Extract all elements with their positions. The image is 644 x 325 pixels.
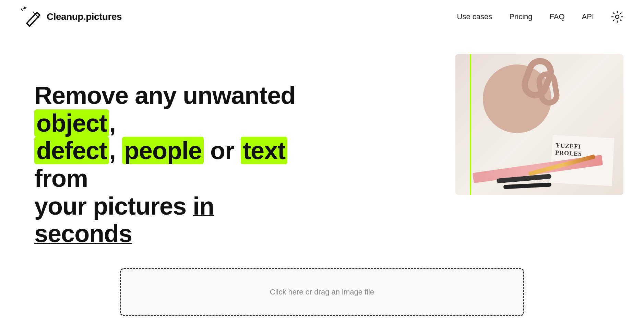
nav-api[interactable]: API <box>582 12 594 21</box>
hero-heading: Remove any unwanted object, defect, peop… <box>34 82 315 248</box>
marker2 <box>503 182 551 189</box>
nav-use-cases[interactable]: Use cases <box>457 12 492 21</box>
gear-icon <box>611 11 623 23</box>
hero-image: YUZEFIPROLES <box>455 54 623 195</box>
svg-line-1 <box>21 9 22 10</box>
nav-links: Use cases Pricing FAQ API <box>457 11 623 23</box>
upload-label: Click here or drag an image file <box>270 288 374 297</box>
upload-box[interactable]: Click here or drag an image file <box>120 268 524 316</box>
navbar: Cleanup.pictures Use cases Pricing FAQ A… <box>0 0 644 34</box>
settings-button[interactable] <box>611 11 623 23</box>
highlight-people: people <box>122 137 204 164</box>
logo[interactable]: Cleanup.pictures <box>21 6 122 27</box>
underline-seconds: in seconds <box>34 192 214 248</box>
logo-icon <box>21 6 42 27</box>
svg-marker-4 <box>27 12 40 26</box>
highlight-defect: defect <box>34 137 109 164</box>
upload-section: Click here or drag an image file <box>0 261 644 325</box>
hero-text: Remove any unwanted object, defect, peop… <box>34 54 315 248</box>
hero-image-col: YUZEFIPROLES <box>455 54 623 195</box>
nav-faq[interactable]: FAQ <box>550 12 565 21</box>
svg-point-6 <box>616 15 619 19</box>
highlight-object: object <box>34 109 109 137</box>
green-line <box>470 54 471 195</box>
site-name: Cleanup.pictures <box>47 11 122 22</box>
nav-pricing[interactable]: Pricing <box>509 12 532 21</box>
hero-section: Remove any unwanted object, defect, peop… <box>0 34 644 261</box>
paper-text: YUZEFIPROLES <box>555 142 583 158</box>
bag-scene: YUZEFIPROLES <box>455 54 623 195</box>
highlight-text: text <box>241 137 287 164</box>
